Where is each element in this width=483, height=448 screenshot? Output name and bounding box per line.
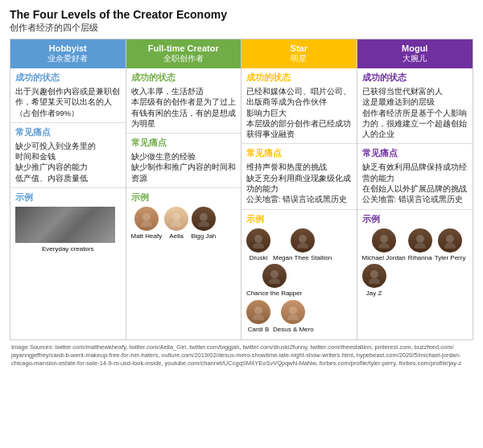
person-avatar (281, 300, 305, 324)
pain-title-fulltime: 常见痛点 (131, 138, 237, 149)
svg-point-4 (200, 213, 208, 221)
person-name: Jay Z (366, 290, 382, 298)
pain-section-star: 常见痛点维持声誉和热度的挑战缺乏充分利用商业现象级化成功的能力公关地雷: 错误言… (242, 144, 357, 209)
header-eng-hobbyist: Hobbyist (49, 43, 87, 53)
header-eng-fulltime: Full-time Creator (148, 43, 219, 53)
svg-point-23 (369, 278, 380, 284)
svg-point-7 (253, 243, 264, 249)
photo-item: Desus & Mero (273, 300, 314, 334)
svg-point-13 (253, 314, 264, 320)
svg-point-6 (254, 235, 262, 243)
success-body-mogul: 已获得当世代财富的人这是最难达到的层级创作者经济所是基于个人影响力的，很难建立一… (362, 86, 469, 139)
pain-section-fulltime: 常见痛点缺少做生意的经验缺少制作和推广内容的时间和资源 (126, 134, 242, 188)
col-hobbyist: Hobbyist业余爱好者成功的状态出于兴趣创作内容或是兼职创作，希望某天可以出… (10, 39, 126, 339)
person-avatar (438, 228, 462, 253)
svg-point-9 (297, 243, 308, 249)
pain-title-hobbyist: 常见痛点 (15, 127, 121, 138)
person-name: Bigg Jah (191, 232, 216, 240)
svg-point-22 (370, 270, 378, 278)
pain-section-hobbyist: 常见痛点缺少可投入到业务里的时间和金钱缺少推广内容的能力低产值、内容质量低 (10, 123, 126, 188)
col-header-hobbyist: Hobbyist业余爱好者 (10, 39, 126, 68)
svg-point-2 (172, 213, 180, 221)
crowd-image (15, 207, 115, 243)
success-title-fulltime: 成功的状态 (131, 72, 237, 84)
person-avatar (134, 207, 159, 231)
person-avatar (408, 228, 432, 253)
svg-point-21 (444, 243, 456, 249)
svg-point-1 (141, 221, 152, 227)
photos-row: Michael JordanRihannaTyler Perry (362, 228, 469, 262)
photo-item: Jay Z (362, 264, 386, 298)
success-body-star: 已经和媒体公司、唱片公司、出版商等成为合作伙伴影响力巨大本层级的部分创作者已经成… (246, 86, 352, 139)
person-avatar (164, 207, 188, 231)
svg-point-16 (380, 235, 388, 243)
photo-item: Rihanna (408, 228, 432, 262)
examples-section-star: 示例DruskiMegan Thee StallionChance the Ra… (242, 210, 357, 340)
person-name: Rihanna (408, 254, 432, 262)
svg-point-5 (198, 221, 209, 227)
footnote: Image Sources: twitter.com/matthewkheafy… (10, 343, 473, 367)
person-name: Aella (169, 232, 184, 240)
person-avatar (291, 228, 315, 253)
pain-body-star: 维持声誉和热度的挑战缺乏充分利用商业现象级化成功的能力公关地雷: 错误言论或黑历… (246, 162, 352, 204)
pain-body-fulltime: 缺少做生意的经验缺少制作和推广内容的时间和资源 (131, 151, 237, 183)
person-avatar (362, 264, 386, 288)
person-avatar (246, 228, 270, 253)
photos-row: DruskiMegan Thee StallionChance the Rapp… (246, 228, 352, 298)
sub-title: 创作者经济的四个层级 (10, 22, 473, 34)
success-section-star: 成功的状态已经和媒体公司、唱片公司、出版商等成为合作伙伴影响力巨大本层级的部分创… (242, 68, 357, 144)
svg-point-20 (446, 235, 454, 243)
header-chn-mogul: 大腕儿 (402, 54, 427, 63)
col-fulltime: Full-time Creator全职创作者成功的状态收入丰厚，生活舒适本层级有… (126, 39, 242, 339)
photos-row: Matt HeafyAellaBigg Jah (131, 207, 237, 240)
svg-point-0 (142, 213, 151, 221)
col-header-star: Star明星 (242, 39, 357, 68)
person-avatar (262, 264, 287, 288)
person-name: Tyler Perry (435, 254, 466, 262)
examples-title-fulltime: 示例 (131, 192, 237, 203)
main-title: The Four Levels of the Creator Economy (10, 8, 473, 21)
photos-row: Cardi BDesus & Mero (246, 300, 352, 334)
success-section-hobbyist: 成功的状态出于兴趣创作内容或是兼职创作，希望某天可以出名的人（占创作者99%） (10, 68, 126, 123)
header-chn-fulltime: 全职创作者 (163, 54, 204, 63)
success-section-fulltime: 成功的状态收入丰厚，生活舒适本层级有的创作者是为了过上有钱有闲的生活，有的是想成… (126, 68, 242, 134)
examples-title-star: 示例 (246, 214, 352, 225)
pain-section-mogul: 常见痛点缺乏有效利用品牌保持成功经营的能力在创始人以外扩展品牌的挑战公关地雷: … (357, 144, 473, 209)
header-eng-star: Star (291, 43, 308, 53)
svg-point-15 (287, 314, 299, 320)
photo-item: Matt Heafy (131, 207, 163, 240)
examples-section-fulltime: 示例Matt HeafyAellaBigg Jah (126, 188, 242, 339)
examples-title-mogul: 示例 (362, 214, 469, 225)
svg-point-3 (171, 221, 182, 227)
header-eng-mogul: Mogul (402, 43, 427, 53)
col-header-mogul: Mogul大腕儿 (357, 39, 473, 68)
svg-point-11 (269, 278, 280, 284)
examples-section-hobbyist: 示例Everyday creators (10, 188, 126, 339)
header-chn-star: 明星 (291, 54, 307, 63)
person-avatar (192, 207, 216, 231)
crowd-label: Everyday creators (15, 245, 121, 253)
photo-item: Michael Jordan (362, 228, 406, 262)
success-title-star: 成功的状态 (246, 72, 352, 84)
svg-point-10 (270, 270, 279, 278)
examples-title-hobbyist: 示例 (15, 192, 121, 203)
svg-point-14 (289, 306, 297, 314)
pain-body-mogul: 缺乏有效利用品牌保持成功经营的能力在创始人以外扩展品牌的挑战公关地雷: 错误言论… (362, 162, 469, 204)
photo-item: Cardi B (246, 300, 270, 334)
svg-point-8 (299, 235, 307, 243)
pain-title-star: 常见痛点 (246, 148, 352, 159)
person-name: Matt Heafy (131, 232, 163, 240)
svg-point-17 (378, 243, 390, 249)
photo-item: Megan Thee Stallion (273, 228, 332, 262)
svg-point-12 (254, 306, 262, 314)
person-name: Chance the Rapper (246, 290, 302, 298)
person-name: Druski (250, 254, 268, 262)
col-header-fulltime: Full-time Creator全职创作者 (126, 39, 242, 68)
pain-title-mogul: 常见痛点 (362, 148, 469, 159)
person-avatar (246, 300, 270, 324)
photo-item: Aella (164, 207, 188, 240)
success-section-mogul: 成功的状态已获得当世代财富的人这是最难达到的层级创作者经济所是基于个人影响力的，… (357, 68, 473, 144)
person-name: Cardi B (248, 326, 270, 334)
pain-body-hobbyist: 缺少可投入到业务里的时间和金钱缺少推广内容的能力低产值、内容质量低 (15, 141, 121, 183)
photo-item: Druski (246, 228, 270, 262)
